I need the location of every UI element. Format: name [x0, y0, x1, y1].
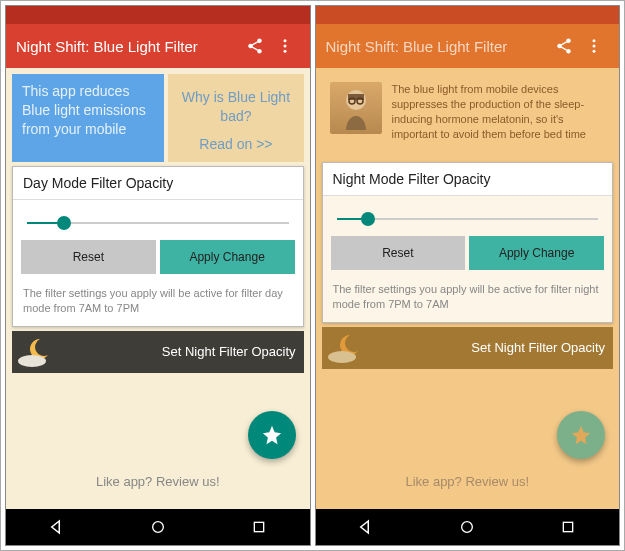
svg-point-6 [593, 39, 596, 42]
night-filter-strip[interactable]: Set Night Filter Opacity [322, 327, 614, 369]
back-icon[interactable] [356, 517, 376, 537]
app-title: Night Shift: Blue Light Filter [326, 38, 550, 55]
home-icon[interactable] [148, 517, 168, 537]
svg-point-4 [152, 522, 163, 533]
moon-icon [328, 331, 388, 363]
app-bar: Night Shift: Blue Light Filter [6, 24, 310, 68]
person-avatar [330, 82, 382, 134]
svg-rect-5 [254, 522, 263, 531]
review-link[interactable]: Like app? Review us! [12, 464, 304, 503]
recent-icon[interactable] [558, 517, 578, 537]
reset-button[interactable]: Reset [21, 240, 156, 274]
intro-row: This app reduces Blue light emissions fr… [12, 74, 304, 162]
recent-icon[interactable] [249, 517, 269, 537]
intro-why-link: Read on >> [199, 135, 272, 154]
intro-description-text: This app reduces Blue light emissions fr… [22, 83, 146, 137]
share-icon[interactable] [549, 31, 579, 61]
fab-star[interactable] [248, 411, 296, 459]
svg-point-0 [283, 39, 286, 42]
phone-day: Night Shift: Blue Light Filter This app … [5, 5, 311, 546]
reset-button[interactable]: Reset [331, 236, 466, 270]
nav-bar [316, 509, 620, 545]
overflow-icon[interactable] [579, 31, 609, 61]
star-icon [570, 424, 592, 446]
opacity-card: Day Mode Filter Opacity Reset Apply Chan… [12, 166, 304, 327]
svg-point-1 [283, 45, 286, 48]
back-icon[interactable] [47, 517, 67, 537]
app-title: Night Shift: Blue Light Filter [16, 38, 240, 55]
intro-section[interactable]: The blue light from mobile devices suppr… [322, 74, 614, 162]
svg-rect-15 [564, 522, 573, 531]
intro-paragraph: The blue light from mobile devices suppr… [392, 82, 606, 141]
apply-button[interactable]: Apply Change [160, 240, 295, 274]
opacity-slider[interactable] [27, 222, 289, 224]
svg-point-2 [283, 50, 286, 53]
nav-bar [6, 509, 310, 545]
intro-why-title: Why is Blue Light bad? [178, 88, 293, 126]
opacity-slider[interactable] [337, 218, 599, 220]
phone-night: Night Shift: Blue Light Filter The blue … [315, 5, 621, 546]
slider-thumb[interactable] [361, 212, 375, 226]
overflow-icon[interactable] [270, 31, 300, 61]
opacity-hint: The filter settings you apply will be ac… [13, 278, 303, 326]
opacity-hint: The filter settings you apply will be ac… [323, 274, 613, 322]
night-strip-label: Set Night Filter Opacity [471, 340, 605, 355]
svg-point-14 [462, 522, 473, 533]
svg-point-7 [593, 45, 596, 48]
review-link[interactable]: Like app? Review us! [322, 464, 614, 503]
status-bar [6, 6, 310, 24]
opacity-slider-row [13, 199, 303, 240]
apply-button[interactable]: Apply Change [469, 236, 604, 270]
svg-point-8 [593, 50, 596, 53]
star-icon [261, 424, 283, 446]
opacity-slider-row [323, 195, 613, 236]
night-strip-label: Set Night Filter Opacity [162, 344, 296, 359]
svg-point-3 [18, 355, 46, 367]
app-bar: Night Shift: Blue Light Filter [316, 24, 620, 68]
button-row: Reset Apply Change [323, 236, 613, 274]
intro-card-why[interactable]: Why is Blue Light bad? Read on >> [168, 74, 303, 162]
opacity-title: Day Mode Filter Opacity [13, 167, 303, 199]
intro-card-description[interactable]: This app reduces Blue light emissions fr… [12, 74, 164, 162]
opacity-title: Night Mode Filter Opacity [323, 163, 613, 195]
content-area: This app reduces Blue light emissions fr… [6, 68, 310, 509]
fab-star[interactable] [557, 411, 605, 459]
svg-point-13 [328, 351, 356, 363]
status-bar [316, 6, 620, 24]
moon-icon [18, 335, 78, 367]
slider-thumb[interactable] [57, 216, 71, 230]
share-icon[interactable] [240, 31, 270, 61]
night-filter-strip[interactable]: Set Night Filter Opacity [12, 331, 304, 373]
home-icon[interactable] [457, 517, 477, 537]
button-row: Reset Apply Change [13, 240, 303, 278]
opacity-card: Night Mode Filter Opacity Reset Apply Ch… [322, 162, 614, 323]
content-area: The blue light from mobile devices suppr… [316, 68, 620, 509]
